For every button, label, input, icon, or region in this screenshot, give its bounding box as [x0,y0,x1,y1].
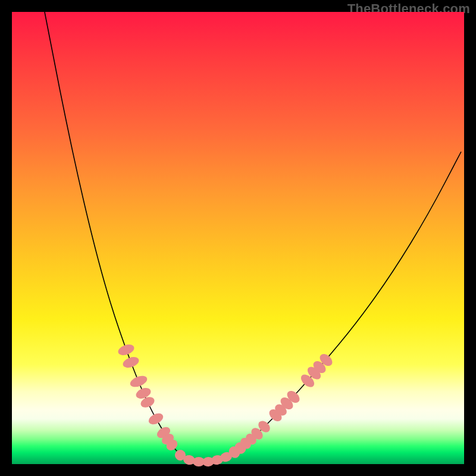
chart-svg [12,12,464,464]
bead-left-3 [129,374,149,389]
bead-left-1 [117,343,136,358]
bead-group [117,343,334,467]
bead-left-6 [147,411,165,427]
bead-left-2 [121,355,140,370]
chart-frame [12,12,464,464]
v-curve [45,12,461,462]
